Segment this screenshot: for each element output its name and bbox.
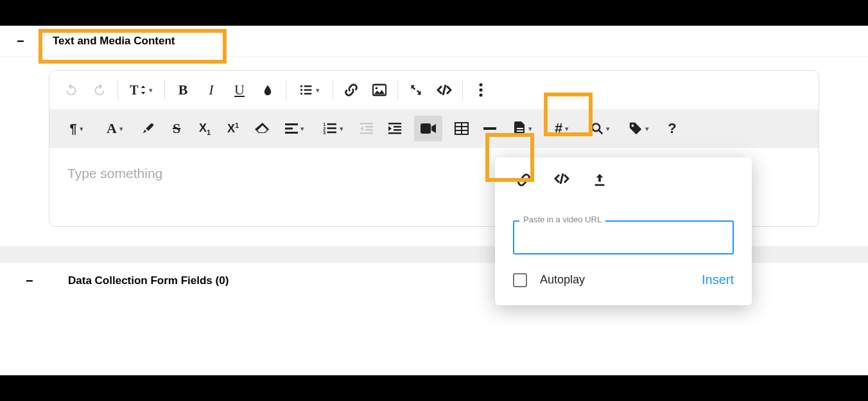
- bold-button[interactable]: B: [169, 77, 197, 103]
- tag-button[interactable]: ▾: [620, 116, 658, 141]
- video-url-field: Paste in a video URL: [513, 220, 734, 254]
- svg-line-35: [599, 130, 603, 134]
- caret-down-icon: ▾: [119, 125, 123, 133]
- svg-point-2: [300, 89, 302, 91]
- strike-icon: S: [173, 120, 180, 137]
- svg-point-7: [376, 87, 378, 89]
- caret-down-icon: ▾: [528, 125, 532, 133]
- autoplay-checkbox[interactable]: [513, 273, 527, 287]
- autoplay-row: Autoplay: [513, 273, 585, 287]
- redo-icon: [92, 83, 107, 97]
- divider: [164, 80, 165, 100]
- undo-button[interactable]: [57, 77, 85, 103]
- paragraph-format-button[interactable]: ¶▾: [57, 116, 96, 141]
- video-url-input[interactable]: [513, 220, 734, 254]
- search-button[interactable]: ▾: [581, 116, 620, 141]
- code-view-button[interactable]: [430, 77, 458, 103]
- fullscreen-button[interactable]: [402, 77, 430, 103]
- text-color-button[interactable]: [254, 77, 282, 103]
- code-icon: [554, 173, 569, 184]
- ordered-list-icon: 123: [323, 123, 337, 134]
- strikethrough-button[interactable]: S: [162, 116, 191, 141]
- subscript-icon: X1: [199, 121, 211, 136]
- link-button[interactable]: [337, 77, 365, 103]
- image-button[interactable]: [365, 77, 394, 103]
- svg-rect-24: [388, 123, 401, 125]
- insert-file-button[interactable]: ▾: [504, 116, 542, 141]
- outdent-icon: [360, 123, 373, 134]
- outdent-button[interactable]: [352, 116, 381, 141]
- more-button[interactable]: [467, 77, 495, 103]
- svg-rect-12: [285, 128, 293, 130]
- svg-rect-15: [327, 123, 336, 125]
- superscript-button[interactable]: X1: [219, 116, 247, 141]
- svg-rect-20: [360, 123, 373, 125]
- svg-point-36: [632, 125, 634, 127]
- highlight-button[interactable]: [134, 116, 162, 141]
- svg-text:3: 3: [323, 130, 326, 134]
- caret-down-icon: ▾: [340, 125, 343, 133]
- align-button[interactable]: ▾: [275, 116, 314, 141]
- font-icon: A: [107, 120, 117, 137]
- video-upload-tab[interactable]: [593, 173, 607, 187]
- file-icon: [514, 121, 526, 136]
- svg-rect-1: [304, 85, 312, 87]
- drop-icon: [262, 83, 273, 97]
- italic-button[interactable]: I: [197, 77, 225, 103]
- svg-point-9: [480, 89, 483, 92]
- svg-rect-3: [304, 89, 312, 91]
- svg-point-8: [480, 84, 483, 87]
- toolbar-row-2: ¶▾ A▾ S X1 X1 ▾ 123 ▾: [49, 109, 819, 148]
- insert-video-button[interactable]: [414, 116, 442, 141]
- subscript-button[interactable]: X1: [191, 116, 219, 141]
- svg-point-34: [593, 124, 600, 132]
- indent-button[interactable]: [381, 116, 409, 141]
- indent-icon: [388, 123, 401, 134]
- ordered-list-button[interactable]: 123 ▾: [314, 116, 352, 141]
- special-char-button[interactable]: #▾: [542, 116, 581, 141]
- table-button[interactable]: [447, 116, 476, 141]
- code-icon: [437, 84, 452, 96]
- caret-down-icon: ▾: [565, 125, 569, 133]
- align-left-icon: [285, 123, 298, 134]
- list-button[interactable]: ▾: [290, 77, 329, 103]
- caret-down-icon: ▾: [606, 125, 610, 133]
- expand-icon: [410, 84, 422, 96]
- svg-rect-22: [365, 129, 373, 131]
- more-vertical-icon: [479, 83, 483, 97]
- bold-icon: B: [178, 82, 188, 98]
- text-size-button[interactable]: T ▾: [122, 77, 161, 103]
- svg-rect-23: [360, 132, 373, 134]
- video-embed-tab[interactable]: [554, 173, 569, 187]
- divider: [397, 80, 398, 100]
- font-family-button[interactable]: A▾: [96, 116, 134, 141]
- popup-footer: Autoplay Insert: [513, 272, 734, 287]
- caret-down-icon: ▾: [645, 125, 649, 133]
- hash-icon: #: [555, 120, 562, 137]
- redo-button[interactable]: [85, 77, 114, 103]
- field-label: Paste in a video URL: [519, 215, 605, 224]
- svg-rect-25: [394, 126, 401, 128]
- underline-button[interactable]: U: [225, 77, 254, 103]
- horizontal-rule-button[interactable]: [476, 116, 504, 141]
- text-media-section-header[interactable]: − Text and Media Content: [0, 26, 868, 57]
- rich-text-editor: T ▾ B I U ▾: [49, 70, 819, 227]
- caret-down-icon: ▾: [149, 86, 153, 94]
- svg-point-4: [300, 93, 302, 94]
- svg-rect-21: [365, 126, 373, 128]
- editor-wrap: T ▾ B I U ▾: [0, 57, 868, 246]
- updown-icon: [140, 85, 146, 94]
- caret-down-icon: ▾: [80, 125, 83, 133]
- svg-rect-27: [388, 132, 401, 134]
- collapse-icon[interactable]: −: [26, 274, 37, 287]
- video-url-tab[interactable]: [517, 173, 531, 187]
- image-icon: [372, 84, 386, 96]
- svg-rect-11: [285, 123, 298, 125]
- svg-rect-28: [421, 123, 431, 134]
- collapse-icon[interactable]: −: [17, 35, 30, 48]
- link-icon: [344, 83, 358, 97]
- insert-button[interactable]: Insert: [702, 272, 734, 287]
- clear-format-button[interactable]: [247, 116, 275, 141]
- tag-icon: [629, 121, 643, 136]
- help-button[interactable]: ?: [658, 116, 686, 141]
